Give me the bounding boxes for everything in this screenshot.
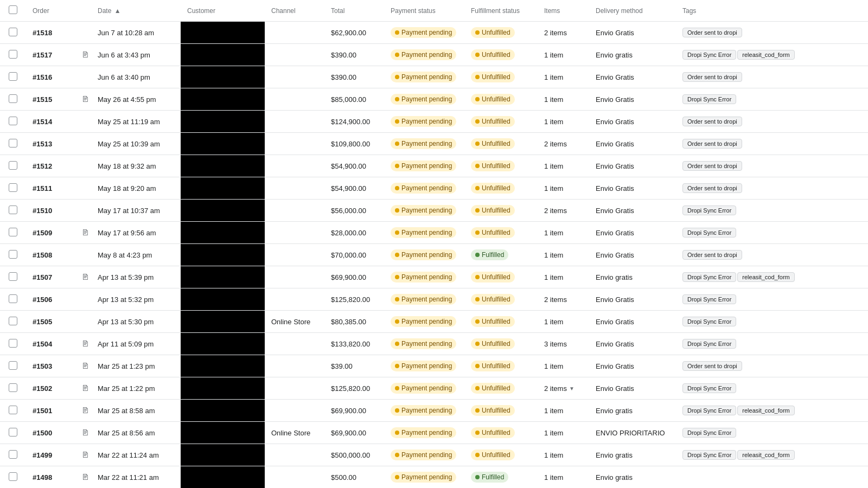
order-number-cell[interactable]: #1499 bbox=[26, 444, 75, 466]
order-number-cell[interactable]: #1505 bbox=[26, 311, 75, 333]
order-number[interactable]: #1516 bbox=[33, 73, 52, 81]
row-checkbox[interactable] bbox=[9, 206, 17, 214]
order-number-cell[interactable]: #1508 bbox=[26, 244, 75, 266]
row-checkbox-cell[interactable] bbox=[0, 466, 26, 489]
row-checkbox-cell[interactable] bbox=[0, 266, 26, 288]
tag[interactable]: Order sent to dropi bbox=[682, 183, 742, 193]
order-number[interactable]: #1502 bbox=[33, 384, 52, 393]
select-all-header[interactable] bbox=[0, 0, 26, 22]
row-checkbox-cell[interactable] bbox=[0, 444, 26, 466]
row-checkbox-cell[interactable] bbox=[0, 133, 26, 155]
order-number-cell[interactable]: #1498 bbox=[26, 466, 75, 489]
order-number-cell[interactable]: #1511 bbox=[26, 177, 75, 200]
order-number[interactable]: #1499 bbox=[33, 451, 52, 459]
row-checkbox[interactable] bbox=[9, 117, 17, 125]
row-checkbox-cell[interactable] bbox=[0, 200, 26, 222]
tag[interactable]: Order sent to dropi bbox=[682, 161, 742, 171]
row-checkbox[interactable] bbox=[9, 50, 17, 59]
row-checkbox[interactable] bbox=[9, 383, 17, 392]
order-number[interactable]: #1518 bbox=[33, 29, 52, 37]
row-checkbox[interactable] bbox=[9, 228, 17, 236]
order-number[interactable]: #1507 bbox=[33, 273, 52, 281]
tag[interactable]: Dropi Sync Error bbox=[682, 450, 736, 460]
tag[interactable]: Dropi Sync Error bbox=[682, 428, 736, 438]
row-checkbox[interactable] bbox=[9, 450, 17, 459]
row-checkbox-cell[interactable] bbox=[0, 88, 26, 111]
row-checkbox-cell[interactable] bbox=[0, 288, 26, 311]
order-number-cell[interactable]: #1512 bbox=[26, 155, 75, 177]
order-number-cell[interactable]: #1516 bbox=[26, 66, 75, 88]
tag[interactable]: Dropi Sync Error bbox=[682, 272, 736, 282]
tag[interactable]: Dropi Sync Error bbox=[682, 406, 736, 415]
row-checkbox[interactable] bbox=[9, 294, 17, 303]
row-checkbox[interactable] bbox=[9, 28, 17, 36]
row-checkbox-cell[interactable] bbox=[0, 111, 26, 133]
row-checkbox[interactable] bbox=[9, 317, 17, 325]
row-checkbox[interactable] bbox=[9, 250, 17, 259]
items-expand-icon[interactable]: ▼ bbox=[569, 386, 575, 391]
order-number-cell[interactable]: #1502 bbox=[26, 377, 75, 400]
order-number[interactable]: #1498 bbox=[33, 473, 52, 481]
row-checkbox[interactable] bbox=[9, 406, 17, 414]
order-number[interactable]: #1500 bbox=[33, 429, 52, 437]
tag[interactable]: releasit_cod_form bbox=[737, 450, 794, 460]
row-checkbox-cell[interactable] bbox=[0, 155, 26, 177]
row-checkbox-cell[interactable] bbox=[0, 222, 26, 244]
order-number[interactable]: #1513 bbox=[33, 140, 52, 148]
order-number-cell[interactable]: #1507 bbox=[26, 266, 75, 288]
tag[interactable]: Dropi Sync Error bbox=[682, 317, 736, 326]
tag[interactable]: Dropi Sync Error bbox=[682, 206, 736, 215]
row-checkbox[interactable] bbox=[9, 183, 17, 192]
tag[interactable]: Dropi Sync Error bbox=[682, 383, 736, 393]
row-checkbox[interactable] bbox=[9, 94, 17, 103]
tag[interactable]: Order sent to dropi bbox=[682, 139, 742, 149]
row-checkbox[interactable] bbox=[9, 272, 17, 281]
order-number-cell[interactable]: #1517 bbox=[26, 44, 75, 66]
row-checkbox[interactable] bbox=[9, 161, 17, 170]
order-number-cell[interactable]: #1504 bbox=[26, 333, 75, 355]
tag[interactable]: releasit_cod_form bbox=[737, 50, 794, 60]
order-number[interactable]: #1509 bbox=[33, 229, 52, 237]
row-checkbox-cell[interactable] bbox=[0, 355, 26, 377]
select-all-checkbox[interactable] bbox=[9, 5, 17, 14]
order-number-cell[interactable]: #1518 bbox=[26, 22, 75, 44]
row-checkbox[interactable] bbox=[9, 428, 17, 436]
order-number-cell[interactable]: #1513 bbox=[26, 133, 75, 155]
row-checkbox-cell[interactable] bbox=[0, 66, 26, 88]
row-checkbox[interactable] bbox=[9, 472, 17, 481]
order-number-cell[interactable]: #1509 bbox=[26, 222, 75, 244]
date-col-header[interactable]: Date ▲ bbox=[91, 0, 181, 22]
order-number[interactable]: #1514 bbox=[33, 118, 52, 126]
tag[interactable]: releasit_cod_form bbox=[737, 406, 794, 415]
row-checkbox[interactable] bbox=[9, 139, 17, 147]
tag[interactable]: Dropi Sync Error bbox=[682, 339, 736, 349]
tag[interactable]: Order sent to dropi bbox=[682, 72, 742, 82]
row-checkbox-cell[interactable] bbox=[0, 44, 26, 66]
tag[interactable]: Order sent to dropi bbox=[682, 28, 742, 37]
row-checkbox-cell[interactable] bbox=[0, 333, 26, 355]
tag[interactable]: Dropi Sync Error bbox=[682, 94, 736, 104]
order-number-cell[interactable]: #1510 bbox=[26, 200, 75, 222]
tag[interactable]: Dropi Sync Error bbox=[682, 228, 736, 237]
order-number-cell[interactable]: #1515 bbox=[26, 88, 75, 111]
row-checkbox[interactable] bbox=[9, 361, 17, 370]
tag[interactable]: Order sent to dropi bbox=[682, 117, 742, 126]
order-number[interactable]: #1515 bbox=[33, 95, 52, 104]
order-number-cell[interactable]: #1506 bbox=[26, 288, 75, 311]
order-number[interactable]: #1506 bbox=[33, 296, 52, 304]
row-checkbox-cell[interactable] bbox=[0, 311, 26, 333]
row-checkbox-cell[interactable] bbox=[0, 422, 26, 444]
row-checkbox[interactable] bbox=[9, 339, 17, 348]
order-number[interactable]: #1503 bbox=[33, 362, 52, 370]
order-number[interactable]: #1512 bbox=[33, 162, 52, 170]
order-number[interactable]: #1508 bbox=[33, 251, 52, 259]
order-number-cell[interactable]: #1514 bbox=[26, 111, 75, 133]
order-number-cell[interactable]: #1500 bbox=[26, 422, 75, 444]
order-number[interactable]: #1517 bbox=[33, 51, 52, 59]
tag[interactable]: Order sent to dropi bbox=[682, 250, 742, 260]
order-number-cell[interactable]: #1501 bbox=[26, 400, 75, 422]
tag[interactable]: Dropi Sync Error bbox=[682, 50, 736, 60]
order-number[interactable]: #1504 bbox=[33, 340, 52, 348]
row-checkbox-cell[interactable] bbox=[0, 22, 26, 44]
tag[interactable]: Dropi Sync Error bbox=[682, 294, 736, 304]
